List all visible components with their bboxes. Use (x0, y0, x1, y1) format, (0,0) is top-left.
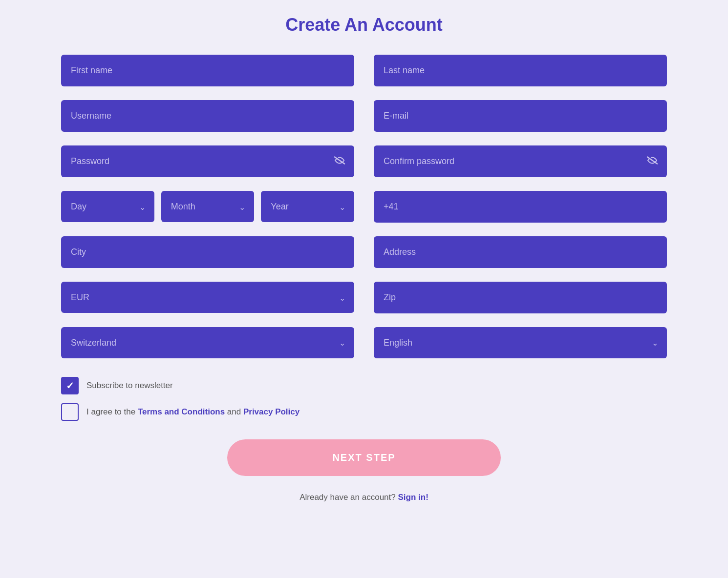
terms-checkbox[interactable] (61, 403, 79, 421)
day-select[interactable]: Day (61, 191, 154, 222)
last-name-input[interactable] (374, 55, 667, 86)
newsletter-row: Subscribe to newsletter (61, 377, 667, 394)
password-input[interactable] (61, 145, 354, 177)
language-field: English German French Italian ⌄ (374, 327, 667, 358)
year-field: Year ⌄ (261, 191, 354, 223)
next-step-button[interactable]: NEXT STEP (227, 439, 501, 476)
signin-link[interactable]: Sign in! (398, 493, 428, 502)
username-field (61, 100, 354, 132)
signin-section: Already have an account? Sign in! (61, 493, 667, 502)
email-input[interactable] (374, 100, 667, 132)
zip-input[interactable] (374, 282, 667, 313)
terms-row: I agree to the Terms and Conditions and … (61, 403, 667, 421)
city-input[interactable] (61, 236, 354, 268)
country-field: Switzerland Germany France Italy United … (61, 327, 354, 358)
page-title: Create An Account (61, 15, 667, 35)
terms-link[interactable]: Terms and Conditions (138, 407, 225, 416)
newsletter-checkbox[interactable] (61, 377, 79, 394)
first-name-field (61, 55, 354, 86)
confirm-password-field (374, 145, 667, 177)
last-name-field (374, 55, 667, 86)
month-select[interactable]: Month (161, 191, 255, 222)
city-field (61, 236, 354, 268)
newsletter-label: Subscribe to newsletter (86, 381, 173, 391)
zip-field (374, 282, 667, 313)
address-input[interactable] (374, 236, 667, 268)
terms-label: I agree to the Terms and Conditions and … (86, 407, 300, 417)
day-field: Day ⌄ (61, 191, 154, 223)
language-select[interactable]: English German French Italian (374, 327, 667, 358)
confirm-password-input[interactable] (374, 145, 667, 177)
currency-field: EUR USD GBP CHF ⌄ (61, 282, 354, 313)
year-select[interactable]: Year (261, 191, 354, 222)
currency-select[interactable]: EUR USD GBP CHF (61, 282, 354, 313)
signin-prefix: Already have an account? (300, 493, 398, 502)
next-step-section: NEXT STEP (61, 439, 667, 476)
password-field (61, 145, 354, 177)
privacy-link[interactable]: Privacy Policy (243, 407, 300, 416)
terms-prefix-text: I agree to the (86, 407, 138, 416)
dob-group: Day ⌄ Month ⌄ Year ⌄ (61, 191, 354, 223)
month-field: Month ⌄ (161, 191, 255, 223)
address-field (374, 236, 667, 268)
terms-and-text: and (225, 407, 243, 416)
username-input[interactable] (61, 100, 354, 132)
phone-field (374, 191, 667, 223)
checkboxes-section: Subscribe to newsletter I agree to the T… (61, 377, 667, 421)
email-field (374, 100, 667, 132)
first-name-input[interactable] (61, 55, 354, 86)
country-select[interactable]: Switzerland Germany France Italy United … (61, 327, 354, 358)
phone-input[interactable] (374, 191, 667, 223)
